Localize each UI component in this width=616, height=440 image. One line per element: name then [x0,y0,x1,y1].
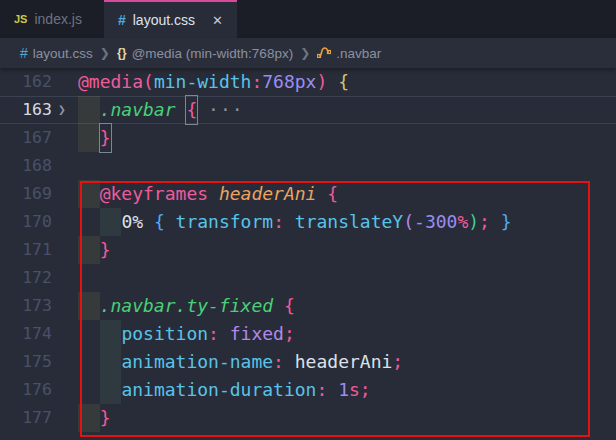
code-token [327,68,338,96]
code-token: { [186,96,197,124]
code-token: ) [316,68,327,96]
code-token [78,404,100,432]
code-token [78,208,100,236]
code-token [284,208,295,236]
line-number: 174 [0,320,52,348]
code-token [143,208,154,236]
code-token: ; [392,348,403,376]
code-token [176,96,187,124]
tab-layout-css[interactable]: #layout.css✕ [104,0,237,38]
code-line-162[interactable]: 162@media(min-width:768px) { [0,68,616,96]
fold-chevron-icon [52,180,72,208]
code-token [165,208,176,236]
code-token [316,180,327,208]
code-token: ; [360,376,371,404]
code-line-content: animation-duration: 1s; [72,376,371,404]
code-line-174[interactable]: 174 position: fixed; [0,320,616,348]
code-token [490,208,501,236]
code-line-content: } [72,404,111,432]
fold-chevron-icon [52,348,72,376]
code-editor[interactable]: 162@media(min-width:768px) {163❯ .navbar… [0,68,616,432]
code-token: : [273,348,284,376]
code-line-173[interactable]: 173 .navbar.ty-fixed { [0,292,616,320]
breadcrumb-label: layout.css [33,46,93,61]
code-line-content: .navbar.ty-fixed { [72,292,295,320]
fold-chevron-icon [52,320,72,348]
code-token: px [295,68,317,96]
code-token: % [457,208,468,236]
code-line-170[interactable]: 170 0% { transform: translateY(-300%); } [0,208,616,236]
breadcrumb-label: @media (min-width:768px) [132,46,294,61]
code-line-171[interactable]: 171 } [0,236,616,264]
fold-chevron-icon [52,152,72,180]
tab-label: index.js [34,11,81,27]
code-line-172[interactable]: 172 [0,264,616,292]
code-token: : [251,68,262,96]
vscode-window: JSindex.js#layout.css✕ #layout.css❯{}@me… [0,0,616,440]
code-token: 1 [338,376,349,404]
code-line-176[interactable]: 176 animation-duration: 1s; [0,376,616,404]
code-token: translateY [295,208,403,236]
code-token [78,236,100,264]
code-token: : [316,376,327,404]
line-number: 163 [0,96,52,124]
code-token: { [338,68,349,96]
code-token: ··· [208,96,244,124]
code-line-177[interactable]: 177 } [0,404,616,432]
code-line-163[interactable]: 163❯ .navbar { ··· [0,96,616,124]
code-line-content: .navbar { ··· [72,96,244,124]
code-token [197,96,208,124]
code-token: 0% [121,208,143,236]
braces-icon: {} [117,46,127,60]
code-token [78,348,100,376]
code-token: { [327,180,338,208]
breadcrumb-item-2[interactable]: {}@media (min-width:768px) [117,46,293,61]
code-token: } [100,124,111,152]
code-token: headerAni [219,180,317,208]
line-number: 170 [0,208,52,236]
code-token [78,320,100,348]
code-line-168[interactable]: 168 [0,152,616,180]
breadcrumb-item-3[interactable]: .navbar [317,46,381,61]
code-token: animation-duration [121,376,316,404]
line-number: 169 [0,180,52,208]
fold-chevron-icon [52,208,72,236]
code-token: : [273,208,284,236]
code-token [78,180,100,208]
line-number: 177 [0,404,52,432]
code-line-content: 0% { transform: translateY(-300%); } [72,208,512,236]
js-icon: JS [14,13,27,25]
fold-chevron-icon [52,292,72,320]
code-token: headerAni [295,348,393,376]
code-token: { [154,208,165,236]
tab-index-js[interactable]: JSindex.js [0,0,96,38]
fold-chevron-icon[interactable]: ❯ [52,96,72,124]
code-token: transform [176,208,274,236]
code-token: min-width [154,68,252,96]
breadcrumb-item-1[interactable]: #layout.css [20,45,93,61]
code-token: ; [284,320,295,348]
code-token: animation-name [121,348,273,376]
code-token: -300 [414,208,457,236]
code-token [208,180,219,208]
line-number: 168 [0,152,52,180]
code-token [78,96,100,124]
code-line-167[interactable]: 167 } [0,124,616,152]
code-token: @media [78,68,143,96]
close-icon[interactable]: ✕ [212,13,223,28]
code-token: : [208,320,219,348]
fold-chevron-icon [52,376,72,404]
code-token [100,376,122,404]
code-token [100,208,122,236]
chevron-right-icon: ❯ [300,46,310,60]
code-line-content: animation-name: headerAni; [72,348,403,376]
line-number: 176 [0,376,52,404]
code-line-169[interactable]: 169 @keyframes headerAni { [0,180,616,208]
line-number: 171 [0,236,52,264]
code-token: ; [479,208,490,236]
code-token: ) [468,208,479,236]
breadcrumb-label: .navbar [336,46,381,61]
code-line-175[interactable]: 175 animation-name: headerAni; [0,348,616,376]
tab-label: layout.css [133,12,195,28]
code-token [284,348,295,376]
